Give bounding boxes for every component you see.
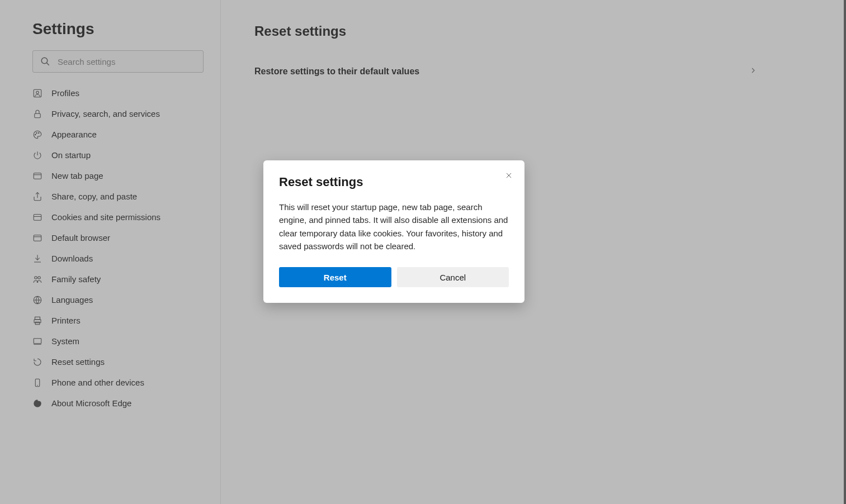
new-tab-icon	[32, 171, 42, 181]
svg-point-3	[36, 91, 39, 94]
sidebar-item-label: Phone and other devices	[51, 378, 144, 387]
sidebar-item-label: About Microsoft Edge	[51, 398, 131, 408]
sidebar-item-label: Appearance	[51, 130, 97, 139]
reset-icon	[32, 357, 42, 367]
sidebar-item-downloads[interactable]: Downloads	[27, 248, 204, 269]
svg-rect-26	[34, 338, 41, 343]
svg-point-20	[38, 276, 41, 279]
sidebar-item-phone[interactable]: Phone and other devices	[27, 372, 204, 393]
svg-rect-8	[34, 173, 41, 179]
svg-rect-16	[34, 235, 41, 241]
sidebar-item-label: System	[51, 336, 79, 346]
sidebar-item-reset[interactable]: Reset settings	[27, 351, 204, 372]
sidebar-item-label: Profiles	[51, 88, 79, 98]
default-browser-icon	[32, 233, 42, 243]
download-icon	[32, 254, 42, 264]
sidebar-item-label: Downloads	[51, 254, 93, 263]
search-wrap	[32, 50, 204, 73]
reset-button[interactable]: Reset	[279, 267, 391, 287]
page-title: Reset settings	[254, 23, 812, 39]
svg-line-1	[46, 63, 49, 65]
search-input[interactable]	[32, 50, 204, 73]
sidebar-item-share[interactable]: Share, copy, and paste	[27, 186, 204, 207]
printer-icon	[32, 316, 42, 326]
sidebar-item-appearance[interactable]: Appearance	[27, 124, 204, 145]
sidebar-item-startup[interactable]: On startup	[27, 145, 204, 165]
sidebar: Settings Profiles Privacy, search, and s…	[0, 0, 221, 504]
close-button[interactable]	[502, 169, 516, 183]
sidebar-item-printers[interactable]: Printers	[27, 310, 204, 331]
sidebar-item-default-browser[interactable]: Default browser	[27, 227, 204, 248]
sidebar-item-languages[interactable]: Languages	[27, 289, 204, 310]
svg-point-19	[35, 276, 37, 279]
sidebar-item-label: Reset settings	[51, 357, 105, 367]
sidebar-item-profiles[interactable]: Profiles	[27, 83, 204, 103]
svg-point-7	[39, 132, 40, 134]
sidebar-item-cookies[interactable]: Cookies and site permissions	[27, 207, 204, 227]
sidebar-item-label: Default browser	[51, 233, 110, 243]
close-icon	[505, 172, 513, 181]
reset-settings-dialog: Reset settings This will reset your star…	[263, 160, 524, 303]
sidebar-item-privacy[interactable]: Privacy, search, and services	[27, 103, 204, 124]
appearance-icon	[32, 130, 42, 140]
svg-rect-23	[35, 317, 40, 320]
svg-rect-4	[35, 113, 41, 118]
cookies-icon	[32, 212, 42, 222]
power-icon	[32, 150, 42, 160]
profile-icon	[32, 88, 42, 98]
restore-defaults-row[interactable]: Restore settings to their default values	[254, 56, 758, 87]
sidebar-item-label: Family safety	[51, 274, 101, 284]
chevron-right-icon	[749, 66, 758, 77]
svg-rect-12	[34, 214, 41, 220]
lock-icon	[32, 109, 42, 119]
cancel-button[interactable]: Cancel	[397, 267, 509, 287]
sidebar-item-label: Cookies and site permissions	[51, 212, 160, 222]
dialog-buttons: Reset Cancel	[279, 267, 509, 287]
settings-title: Settings	[32, 20, 204, 38]
sidebar-item-newtab[interactable]: New tab page	[27, 165, 204, 186]
sidebar-item-system[interactable]: System	[27, 331, 204, 351]
sidebar-item-label: Share, copy, and paste	[51, 192, 137, 201]
sidebar-item-family[interactable]: Family safety	[27, 269, 204, 289]
sidebar-item-label: New tab page	[51, 171, 103, 180]
svg-point-0	[41, 58, 48, 64]
sidebar-item-label: On startup	[51, 150, 91, 160]
family-icon	[32, 274, 42, 284]
svg-point-5	[35, 134, 36, 135]
nav-list: Profiles Privacy, search, and services A…	[27, 83, 204, 413]
sidebar-item-label: Languages	[51, 295, 93, 305]
scrollbar[interactable]	[844, 0, 846, 504]
sidebar-item-label: Privacy, search, and services	[51, 109, 160, 118]
svg-point-6	[36, 132, 37, 134]
dialog-title: Reset settings	[279, 175, 509, 189]
sidebar-item-about[interactable]: About Microsoft Edge	[27, 393, 204, 413]
phone-icon	[32, 378, 42, 388]
language-icon	[32, 295, 42, 305]
system-icon	[32, 336, 42, 346]
search-icon	[40, 56, 50, 66]
svg-rect-25	[35, 322, 40, 325]
edge-icon	[32, 398, 42, 408]
restore-defaults-label: Restore settings to their default values	[254, 66, 419, 77]
share-icon	[32, 192, 42, 202]
dialog-body: This will reset your startup page, new t…	[279, 201, 509, 253]
sidebar-item-label: Printers	[51, 316, 81, 325]
